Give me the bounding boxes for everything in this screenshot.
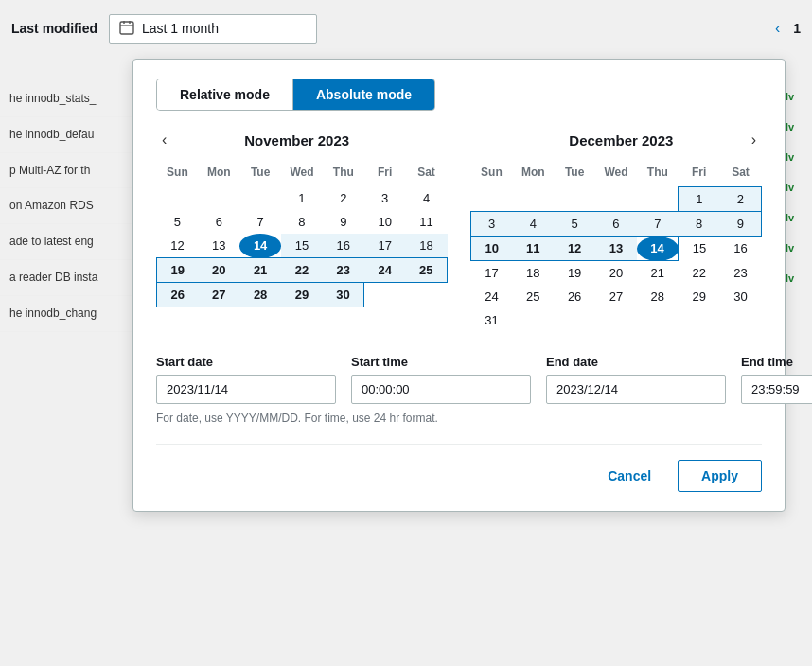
nov-day-12[interactable]: 12 bbox=[157, 234, 199, 258]
day-mon-dec: Mon bbox=[512, 162, 554, 187]
november-day-headers: Sun Mon Tue Wed Thu Fri Sat bbox=[157, 162, 448, 186]
dec-day-14[interactable]: 14 bbox=[637, 237, 679, 261]
nov-day-2[interactable]: 2 bbox=[323, 186, 364, 210]
dec-day-23[interactable]: 23 bbox=[720, 261, 762, 286]
dec-day-15[interactable]: 15 bbox=[679, 237, 720, 261]
nov-day-21[interactable]: 21 bbox=[239, 258, 281, 283]
dec-day-19[interactable]: 19 bbox=[554, 261, 595, 286]
nov-day-18[interactable]: 18 bbox=[406, 234, 448, 258]
nov-week-row-4: 2627282930 bbox=[157, 283, 448, 307]
nov-day-23[interactable]: 23 bbox=[323, 258, 364, 283]
nov-day-26[interactable]: 26 bbox=[157, 283, 199, 307]
dec-day-1[interactable]: 1 bbox=[679, 187, 720, 212]
dec-day-empty bbox=[554, 308, 595, 332]
day-mon: Mon bbox=[198, 162, 239, 186]
nov-day-8[interactable]: 8 bbox=[281, 210, 323, 234]
dec-day-9[interactable]: 9 bbox=[720, 212, 762, 237]
dec-week-row-3: 17181920212223 bbox=[471, 261, 762, 286]
nov-day-28[interactable]: 28 bbox=[239, 283, 281, 307]
dec-day-12[interactable]: 12 bbox=[554, 237, 595, 261]
prev-month-button[interactable]: ‹ bbox=[156, 130, 172, 150]
prev-page-button[interactable]: ‹ bbox=[769, 18, 786, 39]
dec-day-28[interactable]: 28 bbox=[637, 285, 679, 308]
dec-day-10[interactable]: 10 bbox=[471, 237, 513, 261]
nov-day-14[interactable]: 14 bbox=[239, 234, 281, 258]
dec-day-16[interactable]: 16 bbox=[720, 237, 762, 261]
nov-day-empty bbox=[157, 186, 199, 210]
next-month-button[interactable]: › bbox=[746, 130, 762, 150]
sidebar-item-3: p Multi-AZ for th bbox=[0, 153, 150, 189]
dec-day-18[interactable]: 18 bbox=[512, 261, 554, 286]
nov-day-5[interactable]: 5 bbox=[157, 210, 199, 234]
nov-day-17[interactable]: 17 bbox=[364, 234, 406, 258]
dec-day-26[interactable]: 26 bbox=[554, 285, 595, 308]
dec-day-empty bbox=[637, 187, 679, 212]
dec-day-5[interactable]: 5 bbox=[554, 212, 595, 237]
nov-day-9[interactable]: 9 bbox=[323, 210, 364, 234]
nov-day-19[interactable]: 19 bbox=[157, 258, 199, 283]
dec-day-30[interactable]: 30 bbox=[720, 285, 762, 308]
end-date-input[interactable] bbox=[546, 375, 726, 404]
end-time-input[interactable] bbox=[741, 375, 812, 404]
nov-day-6[interactable]: 6 bbox=[198, 210, 239, 234]
dec-day-4[interactable]: 4 bbox=[512, 212, 554, 237]
sidebar-item-7: he innodb_chang bbox=[0, 296, 150, 332]
nov-day-22[interactable]: 22 bbox=[281, 258, 323, 283]
nov-day-24[interactable]: 24 bbox=[364, 258, 406, 283]
dec-day-6[interactable]: 6 bbox=[595, 212, 637, 237]
right-label-column: lv lv lv lv lv lv lv bbox=[784, 81, 810, 293]
apply-button[interactable]: Apply bbox=[678, 460, 762, 492]
dec-week-row-0: 12 bbox=[471, 187, 762, 212]
nov-day-20[interactable]: 20 bbox=[198, 258, 239, 283]
sidebar-background: he innodb_stats_ he innodb_defau p Multi… bbox=[0, 81, 150, 332]
nov-day-29[interactable]: 29 bbox=[281, 283, 323, 307]
nov-week-row-3: 19202122232425 bbox=[157, 258, 448, 283]
dec-day-21[interactable]: 21 bbox=[637, 261, 679, 286]
dec-day-7[interactable]: 7 bbox=[637, 212, 679, 237]
nov-day-11[interactable]: 11 bbox=[406, 210, 448, 234]
nov-day-3[interactable]: 3 bbox=[364, 186, 406, 210]
dec-day-13[interactable]: 13 bbox=[595, 237, 637, 261]
cancel-button[interactable]: Cancel bbox=[592, 460, 666, 492]
nov-week-row-1: 567891011 bbox=[157, 210, 448, 234]
dec-day-17[interactable]: 17 bbox=[471, 261, 513, 286]
dec-day-2[interactable]: 2 bbox=[720, 187, 762, 212]
day-sat-dec: Sat bbox=[720, 162, 762, 187]
nov-day-25[interactable]: 25 bbox=[406, 258, 448, 283]
november-title: November 2023 bbox=[244, 132, 349, 149]
november-grid: Sun Mon Tue Wed Thu Fri Sat 123456789101… bbox=[156, 162, 448, 307]
date-filter-button[interactable]: Last 1 month bbox=[109, 14, 317, 44]
day-tue: Tue bbox=[239, 162, 281, 186]
absolute-mode-button[interactable]: Absolute mode bbox=[293, 79, 434, 110]
dec-day-20[interactable]: 20 bbox=[595, 261, 637, 286]
nov-day-27[interactable]: 27 bbox=[198, 283, 239, 307]
start-date-input[interactable] bbox=[156, 375, 336, 404]
dec-day-11[interactable]: 11 bbox=[512, 237, 554, 261]
start-time-input[interactable] bbox=[351, 375, 531, 404]
nov-day-15[interactable]: 15 bbox=[281, 234, 323, 258]
sidebar-item-5: ade to latest eng bbox=[0, 224, 150, 260]
dec-day-31[interactable]: 31 bbox=[471, 308, 513, 332]
dec-day-24[interactable]: 24 bbox=[471, 285, 513, 308]
dec-day-29[interactable]: 29 bbox=[679, 285, 720, 308]
dec-day-25[interactable]: 25 bbox=[512, 285, 554, 308]
nov-day-13[interactable]: 13 bbox=[198, 234, 239, 258]
dec-day-27[interactable]: 27 bbox=[595, 285, 637, 308]
nov-day-4[interactable]: 4 bbox=[406, 186, 448, 210]
nov-day-empty bbox=[406, 283, 448, 307]
nov-day-10[interactable]: 10 bbox=[364, 210, 406, 234]
dec-day-3[interactable]: 3 bbox=[471, 212, 513, 237]
mode-toggle: Relative mode Absolute mode bbox=[156, 79, 435, 111]
relative-mode-button[interactable]: Relative mode bbox=[157, 79, 293, 110]
panel-footer: Cancel Apply bbox=[156, 444, 762, 492]
nov-day-30[interactable]: 30 bbox=[323, 283, 364, 307]
nov-day-7[interactable]: 7 bbox=[239, 210, 281, 234]
dec-day-22[interactable]: 22 bbox=[679, 261, 720, 286]
nov-week-row-2: 12131415161718 bbox=[157, 234, 448, 258]
dec-week-row-2: 10111213141516 bbox=[471, 237, 762, 261]
day-sun: Sun bbox=[157, 162, 199, 186]
nov-day-16[interactable]: 16 bbox=[323, 234, 364, 258]
dec-day-8[interactable]: 8 bbox=[679, 212, 720, 237]
day-wed: Wed bbox=[281, 162, 323, 186]
nov-day-1[interactable]: 1 bbox=[281, 186, 323, 210]
